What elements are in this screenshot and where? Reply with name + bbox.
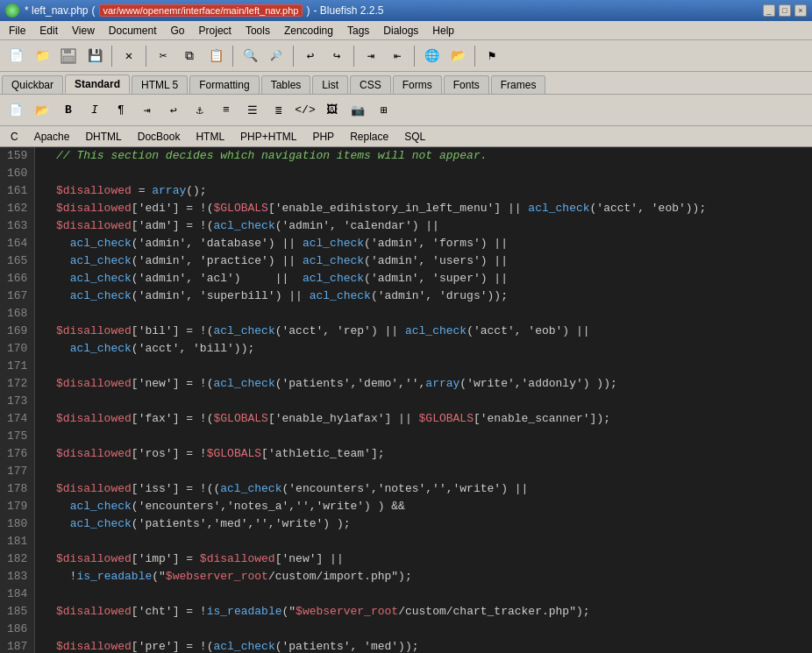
line-numbers: 1591601611621631641651661671681691701711… [0, 147, 35, 653]
unindent-button[interactable]: ⇤ [385, 44, 410, 68]
tab-list[interactable]: List [312, 75, 348, 94]
format-toolbar: 📄 📂 B I ¶ ⇥ ↩ ⚓ ≡ ☰ ≣ </> 🖼 📷 ⊞ [0, 95, 812, 126]
lang-php[interactable]: PHP [305, 129, 341, 145]
new-file-button[interactable]: 📄 [4, 44, 28, 68]
tab-formatting[interactable]: Formatting [189, 75, 259, 94]
tab-html5[interactable]: HTML 5 [132, 75, 188, 94]
menu-project[interactable]: Project [192, 23, 239, 39]
lang-phphtml[interactable]: PHP+HTML [233, 129, 303, 145]
fmt-block[interactable]: ¶ [109, 98, 133, 123]
svg-rect-2 [63, 56, 74, 62]
cut-button[interactable]: ✂ [151, 44, 175, 68]
tab-standard[interactable]: Standard [65, 75, 130, 94]
lang-bar: C Apache DHTML DocBook HTML PHP+HTML PHP… [0, 126, 812, 147]
menu-zencoding[interactable]: Zencoding [277, 23, 340, 39]
filebrowser-button[interactable]: 📂 [445, 44, 470, 68]
menu-go[interactable]: Go [164, 23, 192, 39]
separator7 [474, 46, 475, 67]
close-button2[interactable]: ✕ [117, 44, 141, 68]
minimize-button[interactable]: _ [763, 4, 775, 17]
lang-replace[interactable]: Replace [343, 129, 395, 145]
filename: * left_nav.php [25, 4, 89, 17]
menu-file[interactable]: File [2, 23, 32, 39]
svg-rect-1 [64, 49, 71, 53]
tab-tables[interactable]: Tables [261, 75, 311, 94]
menu-document[interactable]: Document [102, 23, 164, 39]
lang-c[interactable]: C [4, 129, 25, 145]
save-button[interactable] [56, 44, 81, 68]
fmt-img2[interactable]: 📷 [345, 98, 370, 123]
indent-button[interactable]: ⇥ [359, 44, 383, 68]
tab-fonts[interactable]: Fonts [444, 75, 489, 94]
appname: - Bluefish 2.2.5 [313, 4, 383, 17]
title-text: * left_nav.php ( var/www/openemr/interfa… [25, 4, 763, 17]
lang-docbook[interactable]: DocBook [131, 129, 188, 145]
undo-button[interactable]: ↩ [298, 44, 323, 68]
menu-tags[interactable]: Tags [340, 23, 376, 39]
lang-dhtml[interactable]: DHTML [78, 129, 128, 145]
separator2 [146, 46, 146, 67]
title-bar: * left_nav.php ( var/www/openemr/interfa… [0, 0, 812, 21]
paste-button[interactable]: 📋 [203, 44, 228, 68]
copy-button[interactable]: ⧉ [177, 44, 202, 68]
maximize-button[interactable]: □ [779, 4, 791, 17]
lang-apache[interactable]: Apache [27, 129, 77, 145]
fmt-open[interactable]: 📂 [30, 98, 54, 123]
filepath: var/www/openemr/interface/main/left_nav.… [99, 4, 303, 17]
menu-bar: File Edit View Document Go Project Tools… [0, 21, 812, 40]
tab-frames[interactable]: Frames [491, 75, 546, 94]
open-file-button[interactable]: 📁 [30, 44, 54, 68]
fmt-align-left[interactable]: ≡ [214, 98, 239, 123]
fmt-new[interactable]: 📄 [4, 98, 28, 123]
main-toolbar: 📄 📁 💾 ✕ ✂ ⧉ 📋 🔍 🔎 ↩ ↪ ⇥ ⇤ 🌐 📂 ⚑ [0, 40, 812, 72]
menu-view[interactable]: View [65, 23, 102, 39]
menu-edit[interactable]: Edit [32, 23, 65, 39]
fmt-anchor[interactable]: ⚓ [188, 98, 212, 123]
menu-help[interactable]: Help [425, 23, 461, 39]
separator4 [293, 46, 294, 67]
close-button[interactable]: × [794, 4, 807, 17]
tab-css[interactable]: CSS [350, 75, 391, 94]
window-buttons: _ □ × [763, 4, 807, 17]
fmt-bold[interactable]: B [56, 98, 81, 123]
fmt-code[interactable]: </> [293, 98, 317, 123]
lang-html[interactable]: HTML [189, 129, 231, 145]
menu-dialogs[interactable]: Dialogs [376, 23, 425, 39]
tab-forms[interactable]: Forms [393, 75, 442, 94]
fmt-italic[interactable]: I [82, 98, 107, 123]
lang-sql[interactable]: SQL [397, 129, 432, 145]
find-replace-button[interactable]: 🔎 [264, 44, 288, 68]
separator3 [232, 46, 233, 67]
tab-bar: Quickbar Standard HTML 5 Formatting Tabl… [0, 72, 812, 95]
fmt-align-right[interactable]: ≣ [267, 98, 291, 123]
fmt-align-center[interactable]: ☰ [240, 98, 265, 123]
redo-button[interactable]: ↪ [324, 44, 349, 68]
fmt-indent-out[interactable]: ↩ [161, 98, 186, 123]
fmt-indent-in[interactable]: ⇥ [135, 98, 160, 123]
tab-quickbar[interactable]: Quickbar [2, 75, 63, 94]
menu-tools[interactable]: Tools [239, 23, 277, 39]
app-icon [5, 4, 19, 18]
save-all-button[interactable]: 💾 [82, 44, 107, 68]
find-button[interactable]: 🔍 [238, 44, 262, 68]
code-content[interactable]: // This section decides which navigation… [35, 147, 812, 653]
separator1 [111, 46, 112, 67]
code-container[interactable]: 1591601611621631641651661671681691701711… [0, 147, 812, 653]
separator6 [414, 46, 415, 67]
bookmark-button[interactable]: ⚑ [480, 44, 504, 68]
separator5 [353, 46, 354, 67]
fmt-table[interactable]: ⊞ [372, 98, 396, 123]
browser-button[interactable]: 🌐 [419, 44, 444, 68]
fmt-img[interactable]: 🖼 [319, 98, 344, 123]
